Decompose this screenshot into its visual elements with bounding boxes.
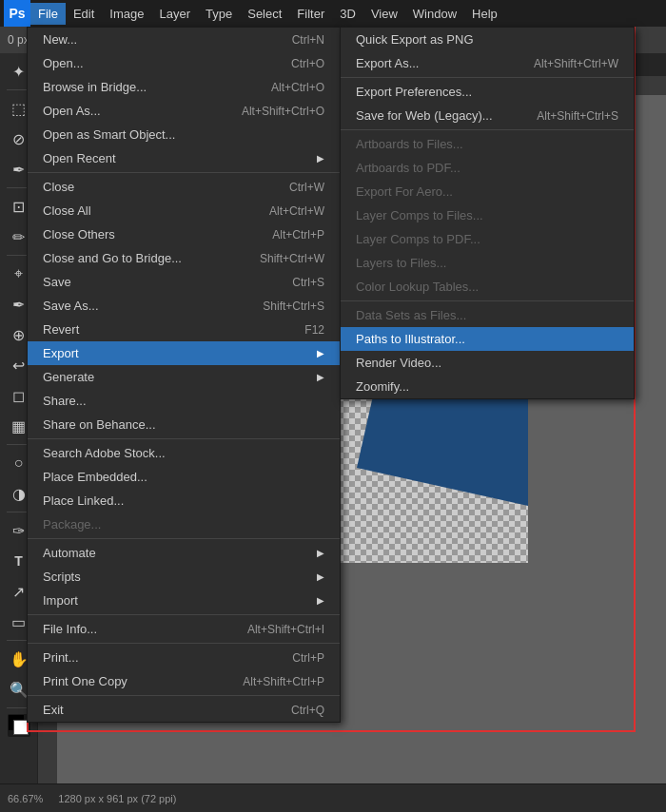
export-save-web[interactable]: Save for Web (Legacy)... Alt+Shift+Ctrl+… [341, 104, 634, 127]
menu-browse-bridge[interactable]: Browse in Bridge... Alt+Ctrl+O [28, 75, 340, 99]
menu-sep-2 [28, 438, 340, 439]
export-layer-comps-pdf[interactable]: Layer Comps to PDF... [341, 227, 634, 251]
menu-layer[interactable]: Layer [152, 3, 199, 25]
export-layer-comps-files[interactable]: Layer Comps to Files... [341, 203, 634, 227]
menu-file-info[interactable]: File Info... Alt+Shift+Ctrl+I [28, 617, 340, 641]
export-artboards-pdf[interactable]: Artboards to PDF... [341, 156, 634, 180]
export-submenu: Quick Export as PNG Export As... Alt+Shi… [340, 27, 635, 399]
menu-close[interactable]: Close Ctrl+W [28, 175, 340, 199]
export-for-aero[interactable]: Export For Aero... [341, 180, 634, 203]
ps-logo: Ps [4, 0, 30, 27]
menu-open-as[interactable]: Open As... Alt+Shift+Ctrl+O [28, 99, 340, 123]
menu-print[interactable]: Print... Ctrl+P [28, 646, 340, 669]
menu-share-behance[interactable]: Share on Behance... [28, 413, 340, 436]
menu-3d[interactable]: 3D [332, 3, 363, 25]
menu-generate[interactable]: Generate ▶ [28, 365, 340, 389]
menu-sep-3 [28, 538, 340, 539]
menu-open[interactable]: Open... Ctrl+O [28, 51, 340, 75]
menu-place-linked[interactable]: Place Linked... [28, 489, 340, 512]
menu-sep-6 [28, 695, 340, 696]
export-preferences[interactable]: Export Preferences... [341, 80, 634, 104]
export-sep-1 [341, 77, 634, 78]
export-layers-files[interactable]: Layers to Files... [341, 251, 634, 275]
menu-open-recent[interactable]: Open Recent ▶ [28, 146, 340, 170]
menu-exit[interactable]: Exit Ctrl+Q [28, 698, 340, 722]
menu-window[interactable]: Window [405, 3, 464, 25]
export-color-lookup[interactable]: Color Lookup Tables... [341, 275, 634, 299]
menu-sep-4 [28, 614, 340, 615]
menu-view[interactable]: View [363, 3, 405, 25]
menu-package[interactable]: Package... [28, 512, 340, 536]
menu-print-one[interactable]: Print One Copy Alt+Shift+Ctrl+P [28, 669, 340, 693]
export-quick-png[interactable]: Quick Export as PNG [341, 28, 634, 51]
menu-sep-1 [28, 172, 340, 173]
export-zoomify[interactable]: Zoomify... [341, 375, 634, 398]
export-paths-illustrator[interactable]: Paths to Illustrator... [341, 327, 634, 351]
menu-revert[interactable]: Revert F12 [28, 318, 340, 341]
export-sep-3 [341, 300, 634, 301]
menu-file[interactable]: File [30, 3, 66, 25]
menu-open-smart[interactable]: Open as Smart Object... [28, 123, 340, 146]
menu-scripts[interactable]: Scripts ▶ [28, 565, 340, 589]
menu-adobe-stock[interactable]: Search Adobe Stock... [28, 441, 340, 465]
export-as[interactable]: Export As... Alt+Shift+Ctrl+W [341, 51, 634, 75]
menu-share[interactable]: Share... [28, 389, 340, 413]
menu-filter[interactable]: Filter [289, 3, 332, 25]
menu-export[interactable]: Export ▶ [28, 341, 340, 365]
zoom-level: 66.67% [8, 793, 43, 804]
menu-bar: Ps File Edit Image Layer Type Select Fil… [0, 0, 666, 27]
menu-place-embedded[interactable]: Place Embedded... [28, 465, 340, 489]
export-render-video[interactable]: Render Video... [341, 351, 634, 375]
menu-save[interactable]: Save Ctrl+S [28, 270, 340, 294]
menu-select[interactable]: Select [240, 3, 289, 25]
menu-close-bridge[interactable]: Close and Go to Bridge... Shift+Ctrl+W [28, 246, 340, 270]
export-artboards-files[interactable]: Artboards to Files... [341, 132, 634, 156]
menu-help[interactable]: Help [464, 3, 505, 25]
menu-automate[interactable]: Automate ▶ [28, 541, 340, 565]
menu-image[interactable]: Image [102, 3, 151, 25]
export-sep-2 [341, 129, 634, 130]
menu-save-as[interactable]: Save As... Shift+Ctrl+S [28, 294, 340, 318]
menu-edit[interactable]: Edit [66, 3, 102, 25]
menu-type[interactable]: Type [198, 3, 240, 25]
status-bar: 66.67% 1280 px x 961 px (72 ppi) [0, 783, 666, 812]
menu-import[interactable]: Import ▶ [28, 589, 340, 612]
menu-close-all[interactable]: Close All Alt+Ctrl+W [28, 199, 340, 222]
menu-sep-5 [28, 643, 340, 644]
export-data-sets[interactable]: Data Sets as Files... [341, 303, 634, 327]
menu-close-others[interactable]: Close Others Alt+Ctrl+P [28, 222, 340, 246]
menu-new[interactable]: New... Ctrl+N [28, 28, 340, 51]
file-menu-dropdown: New... Ctrl+N Open... Ctrl+O Browse in B… [27, 27, 341, 723]
document-dimensions: 1280 px x 961 px (72 ppi) [58, 793, 176, 804]
